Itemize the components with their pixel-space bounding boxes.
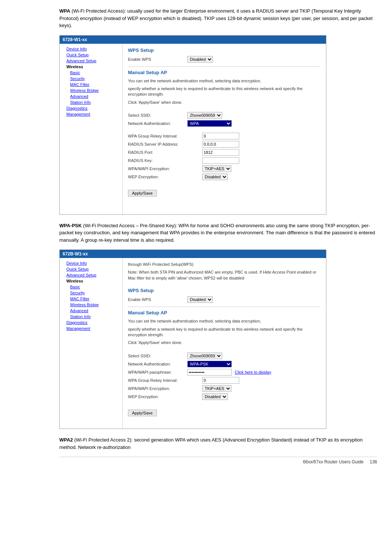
r2-click-display-link[interactable]: Click here to display	[235, 370, 271, 374]
r2-manual-info2: specify whether a network key is require…	[128, 327, 321, 338]
r2-sidebar-item-security[interactable]: Security	[60, 290, 122, 296]
sidebar-item-quick-setup[interactable]: Quick Setup	[60, 52, 122, 58]
wpa-encryption-label: WPA/WAPI Encryption:	[128, 166, 202, 171]
r2-wps-setup-title: WPS Setup	[128, 288, 321, 293]
enable-wps-row: Enable WPS Disabled	[128, 56, 321, 63]
r2-wpa-group-rekey-row: WPA Group Rekey Interval:	[128, 377, 321, 384]
r2-network-auth-label: Network Authentication:	[128, 362, 187, 366]
network-auth-row: Network Authentication: WPA	[128, 120, 321, 127]
r2-wpa-encryption-row: WPA/WAPI Encryption: TKIP+AES	[128, 385, 321, 392]
router1-sidebar: Device Info Quick Setup Advanced Setup W…	[60, 44, 123, 214]
apply-save-button[interactable]: Apply/Save	[128, 190, 157, 196]
wep-encryption-label: WEP Encryption:	[128, 175, 202, 179]
sidebar-item-advanced[interactable]: Advanced	[60, 93, 122, 99]
radius-key-row: RADIUS Key:	[128, 157, 321, 164]
r2-network-auth-row: Network Authentication: WPA-PSK	[128, 361, 321, 367]
r2-passphrase-row: WPA/WAPI passphrase: Click here to displ…	[128, 369, 321, 376]
wep-encryption-row: WEP Encryption: Disabled	[128, 173, 321, 180]
wep-encryption-select[interactable]: Disabled	[202, 173, 228, 180]
r2-sidebar-item-mac-filter[interactable]: MAC Filter	[60, 296, 122, 302]
r2-sidebar-item-station-info[interactable]: Station Info	[60, 314, 122, 320]
r2-enable-wps-select[interactable]: Disabled	[187, 296, 213, 303]
footer-text: 66xx/67xx Router Users Guide	[303, 459, 363, 464]
router1-titlebar: 6728-W1-xx	[60, 36, 326, 44]
r2-manual-info3: Click 'Apply/Save' when done.	[128, 340, 321, 345]
r2-sidebar-item-basic[interactable]: Basic	[60, 284, 122, 290]
r2-enable-wps-label: Enable WPS	[128, 297, 187, 302]
r2-wpa-group-rekey-label: WPA Group Rekey Interval:	[128, 378, 202, 383]
sidebar-item-basic[interactable]: Basic	[60, 70, 122, 76]
wpa2-section: WPA2 (Wi-Fi Protected Access 2): second …	[59, 436, 377, 451]
sidebar-item-device-info[interactable]: Device Info	[60, 46, 122, 52]
r2-enable-wps-row: Enable WPS Disabled	[128, 296, 321, 303]
r2-sidebar-item-diagnostics[interactable]: Diagnostics	[60, 320, 122, 325]
r2-sidebar-item-device-info[interactable]: Device Info	[60, 260, 122, 266]
r2-wep-encryption-row: WEP Encryption: Disabled	[128, 393, 321, 400]
r2-select-ssid-row: Select SSID: Zhone009059	[128, 353, 321, 359]
r2-network-auth-select[interactable]: WPA-PSK	[187, 361, 232, 367]
radius-port-input[interactable]	[202, 149, 239, 156]
radius-port-row: RADIUS Port:	[128, 149, 321, 156]
router1-screenshot: 6728-W1-xx Device Info Quick Setup Advan…	[59, 35, 326, 215]
manual-info2: specify whether a network key is require…	[128, 86, 321, 97]
radius-ip-input[interactable]	[202, 141, 239, 148]
router2-titlebar: 672B-W1-xx	[60, 250, 326, 258]
sidebar-item-advanced-setup[interactable]: Advanced Setup	[60, 58, 122, 64]
wpapsk-description: (Wi-Fi Protected Access – Pre-Shared Key…	[59, 223, 375, 243]
r2-apply-save-button[interactable]: Apply/Save	[128, 410, 157, 416]
enable-wps-select[interactable]: Disabled	[187, 56, 213, 63]
r2-select-ssid-label: Select SSID:	[128, 354, 187, 358]
r2-wps-section: WPS Setup Enable WPS Disabled	[128, 288, 321, 303]
select-ssid-select[interactable]: Zhone009059	[187, 112, 222, 119]
r2-sidebar-item-advanced-setup[interactable]: Advanced Setup	[60, 272, 122, 278]
r2-sidebar-item-management[interactable]: Management	[60, 325, 122, 331]
sidebar-item-station-info[interactable]: Station Info	[60, 99, 122, 105]
network-auth-select[interactable]: WPA	[187, 120, 232, 127]
wpa-encryption-row: WPA/WAPI Encryption: TKIP+AES	[128, 165, 321, 172]
sidebar-item-wireless: Wireless	[60, 64, 122, 70]
r2-manual-setup-title: Manual Setup AP	[128, 310, 321, 315]
r2-manual-info1: You can set the network authentication m…	[128, 318, 321, 324]
r2-top-note1: through WiFi Protected Setup(WPS)	[128, 262, 321, 267]
network-auth-label: Network Authentication:	[128, 121, 187, 126]
sidebar-item-diagnostics[interactable]: Diagnostics	[60, 105, 122, 111]
radius-ip-row: RADIUS Server IP Address:	[128, 141, 321, 148]
r2-sidebar-item-advanced[interactable]: Advanced	[60, 308, 122, 314]
router2-content: through WiFi Protected Setup(WPS) Note: …	[123, 258, 326, 429]
wpa-encryption-select[interactable]: TKIP+AES	[202, 165, 231, 172]
sidebar-item-security[interactable]: Security	[60, 76, 122, 82]
r2-sidebar-item-wireless-bridge[interactable]: Wireless Bridge	[60, 302, 122, 308]
r2-passphrase-label: WPA/WAPI passphrase:	[128, 370, 187, 374]
r2-wep-encryption-label: WEP Encryption:	[128, 394, 202, 399]
manual-setup-title: Manual Setup AP	[128, 70, 321, 75]
router1-content: WPS Setup Enable WPS Disabled Manual Set…	[123, 44, 326, 214]
r2-wep-encryption-select[interactable]: Disabled	[202, 393, 228, 400]
select-ssid-label: Select SSID:	[128, 113, 187, 118]
r2-wpa-group-rekey-input[interactable]	[202, 377, 239, 384]
sidebar-item-mac-filter[interactable]: MAC Filter	[60, 82, 122, 87]
enable-wps-label: Enable WPS	[128, 57, 187, 62]
r2-select-ssid-select[interactable]: Zhone009059	[187, 353, 222, 359]
r2-passphrase-input[interactable]	[187, 369, 232, 376]
wpa-group-rekey-input[interactable]	[202, 133, 239, 139]
r2-sidebar-item-wireless: Wireless	[60, 278, 122, 284]
radius-key-label: RADIUS Key:	[128, 158, 202, 163]
sidebar-item-management[interactable]: Management	[60, 111, 122, 117]
manual-info3: Click 'Apply/Save' when done.	[128, 100, 321, 105]
sidebar-item-wireless-bridge[interactable]: Wireless Bridge	[60, 87, 122, 93]
wpa-section: WPA (Wi-Fi Protected Access): usually us…	[59, 7, 377, 29]
r2-sidebar-item-quick-setup[interactable]: Quick Setup	[60, 266, 122, 272]
wpapsk-section: WPA-PSK (Wi-Fi Protected Access – Pre-Sh…	[59, 222, 377, 244]
select-ssid-row: Select SSID: Zhone009059	[128, 112, 321, 119]
router1-body: Device Info Quick Setup Advanced Setup W…	[60, 44, 326, 214]
radius-ip-label: RADIUS Server IP Address:	[128, 142, 202, 146]
wpa2-heading: WPA2	[59, 437, 73, 443]
radius-key-input[interactable]	[202, 157, 239, 164]
router2-body: Device Info Quick Setup Advanced Setup W…	[60, 258, 326, 429]
router2-sidebar: Device Info Quick Setup Advanced Setup W…	[60, 258, 123, 429]
r2-wpa-encryption-select[interactable]: TKIP+AES	[202, 385, 231, 392]
wpapsk-heading: WPA-PSK	[59, 223, 82, 228]
wpa-heading: WPA	[59, 8, 70, 14]
wpa2-description: (Wi-Fi Protected Access 2): second gener…	[59, 437, 363, 450]
wps-section: WPS Setup Enable WPS Disabled	[128, 47, 321, 63]
